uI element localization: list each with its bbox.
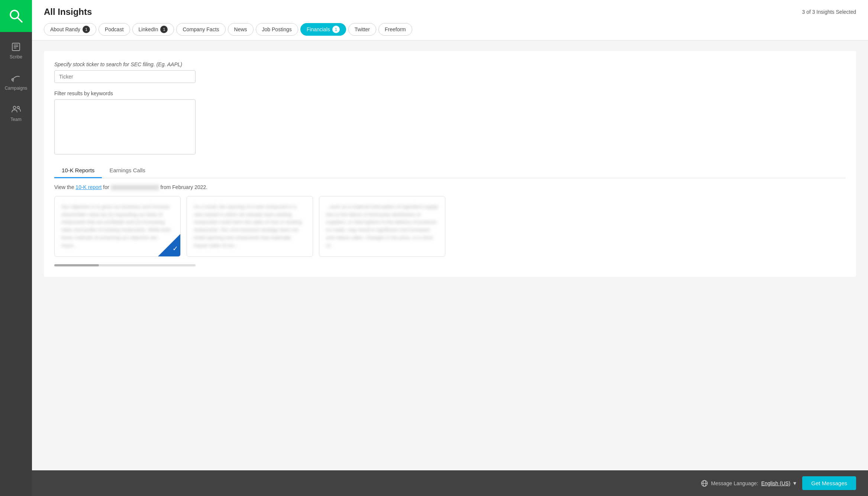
campaigns-icon <box>11 73 21 83</box>
scribe-icon <box>11 42 21 52</box>
tab-news[interactable]: News <box>228 23 254 36</box>
insight-cards-row: Our objective is to grow our business an… <box>54 196 846 261</box>
ticker-label: Specify stock ticker to search for SEC f… <box>54 61 846 67</box>
svg-line-1 <box>17 17 22 22</box>
company-name-blurred <box>111 185 159 190</box>
sidebar-item-campaigns-label: Campaigns <box>5 86 28 91</box>
sidebar-item-team-label: Team <box>10 117 21 122</box>
sidebar: Scribe Campaigns Team <box>0 0 32 496</box>
insight-card-card-2: As a result, the opening of a new restau… <box>187 196 313 257</box>
tab-badge-financials: 1 <box>332 26 340 33</box>
sidebar-item-campaigns[interactable]: Campaigns <box>0 66 32 97</box>
ticker-input[interactable] <box>54 70 196 83</box>
tab-linkedin[interactable]: LinkedIn1 <box>132 23 174 36</box>
globe-icon <box>701 480 708 487</box>
cards-scrollbar[interactable] <box>54 264 196 266</box>
subtab-earnings-calls[interactable]: Earnings Calls <box>102 163 153 178</box>
insight-card-card-3: ...such as a material interruption of in… <box>319 196 445 257</box>
report-info: View the 10-K report for from February 2… <box>54 184 846 190</box>
tab-label-news: News <box>234 26 247 32</box>
sidebar-item-scribe[interactable]: Scribe <box>0 35 32 66</box>
team-icon <box>11 104 21 115</box>
tab-label-about-randy: About Randy <box>50 26 80 32</box>
tab-label-linkedin: LinkedIn <box>139 26 158 32</box>
subtabs-bar: 10-K ReportsEarnings Calls <box>54 163 846 178</box>
ticker-label-example: (Eg. AAPL) <box>157 61 183 67</box>
card-text-card-2: As a result, the opening of a new restau… <box>194 204 302 248</box>
keywords-label: Filter results by keywords <box>54 90 846 96</box>
get-messages-button[interactable]: Get Messages <box>802 476 856 490</box>
logo[interactable] <box>0 0 32 32</box>
tab-badge-about-randy: 1 <box>83 26 90 33</box>
page-title: All Insights <box>44 7 92 17</box>
insight-card-card-1: Our objective is to grow our business an… <box>54 196 181 257</box>
content-area: Specify stock ticker to search for SEC f… <box>32 41 868 470</box>
message-language-label: Message Language: <box>711 480 758 486</box>
sidebar-item-team[interactable]: Team <box>0 97 32 129</box>
tab-label-company-facts: Company Facts <box>183 26 219 32</box>
tab-about-randy[interactable]: About Randy1 <box>44 23 96 36</box>
cards-scrollbar-thumb <box>54 264 99 266</box>
language-value: English (US) <box>761 480 791 486</box>
tab-freeform[interactable]: Freeform <box>378 23 412 36</box>
card-text-card-1: Our objective is to grow our business an… <box>61 204 171 248</box>
tab-twitter[interactable]: Twitter <box>348 23 376 36</box>
card-text-card-3: ...such as a material interruption of in… <box>326 204 438 248</box>
svg-rect-2 <box>12 43 20 51</box>
financials-section: Specify stock ticker to search for SEC f… <box>44 51 856 277</box>
tab-company-facts[interactable]: Company Facts <box>176 23 225 36</box>
tab-job-postings[interactable]: Job Postings <box>256 23 298 36</box>
tab-badge-linkedin: 1 <box>160 26 168 33</box>
tab-label-podcast: Podcast <box>105 26 124 32</box>
report-link[interactable]: 10-K report <box>75 184 101 190</box>
tab-label-financials: Financials <box>307 26 330 32</box>
chevron-down-icon[interactable]: ▾ <box>793 480 796 487</box>
header-top: All Insights 3 of 3 Insights Selected <box>44 7 856 17</box>
tabs-bar: About Randy1PodcastLinkedIn1Company Fact… <box>44 23 856 40</box>
tab-label-twitter: Twitter <box>355 26 370 32</box>
tab-label-freeform: Freeform <box>385 26 406 32</box>
main-content: All Insights 3 of 3 Insights Selected Ab… <box>32 0 868 496</box>
logo-icon <box>8 8 24 24</box>
keywords-input[interactable] <box>54 99 196 154</box>
tab-financials[interactable]: Financials1 <box>300 23 346 36</box>
tab-podcast[interactable]: Podcast <box>99 23 130 36</box>
tab-label-job-postings: Job Postings <box>262 26 292 32</box>
header: All Insights 3 of 3 Insights Selected Ab… <box>32 0 868 41</box>
footer: Message Language: English (US) ▾ Get Mes… <box>32 470 868 496</box>
insights-count: 3 of 3 Insights Selected <box>802 9 856 15</box>
card-corner-badge: ✓ <box>158 234 180 256</box>
subtab-10k-reports[interactable]: 10-K Reports <box>54 163 102 178</box>
svg-point-8 <box>13 106 16 109</box>
sidebar-item-scribe-label: Scribe <box>10 54 22 60</box>
footer-language: Message Language: English (US) ▾ <box>701 480 796 487</box>
